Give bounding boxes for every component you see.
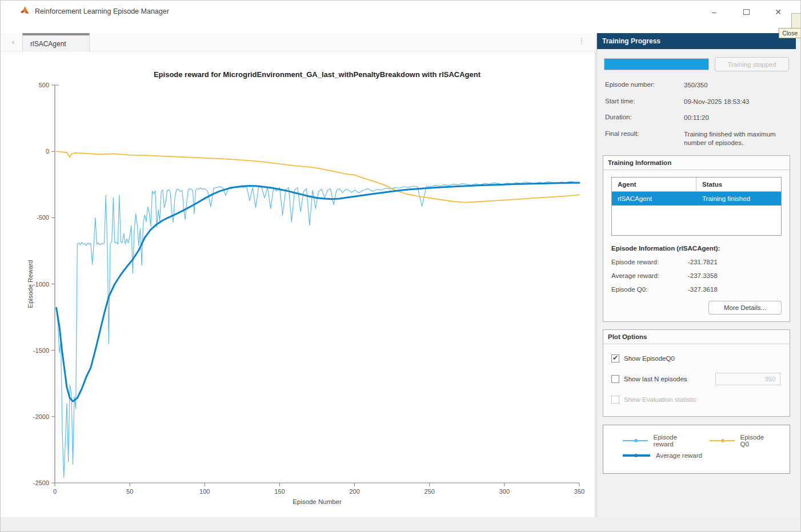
episode-q0-value: -327.3618 xyxy=(688,286,718,293)
panel-header: Training Progress xyxy=(597,33,796,49)
training-progress-panel: Training Progress Training stopped Episo… xyxy=(596,33,796,517)
show-evaluation-statistic-checkbox[interactable] xyxy=(611,396,619,404)
duration-row: Duration: 00:11:20 xyxy=(605,114,796,123)
svg-text:Episode Reward: Episode Reward xyxy=(27,260,34,308)
agent-status-table: Agent Status rlSACAgent Training finishe… xyxy=(611,177,782,236)
legend-item-average-reward: Average reward xyxy=(623,452,702,459)
chart-area: 5000-500-1000-1500-2000-2500050100150200… xyxy=(1,52,595,517)
episode-information-title: Episode Information (rlSACAgent): xyxy=(611,245,782,252)
table-row[interactable]: rlSACAgent Training finished xyxy=(612,192,781,205)
legend-item-episode-q0: Episode Q0 xyxy=(710,434,771,448)
progress-fill xyxy=(604,59,708,70)
window-bottom-margin xyxy=(1,517,800,532)
final-result-label: Final result: xyxy=(605,130,684,148)
svg-text:0: 0 xyxy=(46,148,49,155)
average-reward-value: -237.3358 xyxy=(688,272,718,279)
window-title: Reinforcement Learning Episode Manager xyxy=(35,7,169,15)
legend-average-reward-label: Average reward xyxy=(656,452,702,459)
panel-title: Training Progress xyxy=(602,37,660,45)
show-episodeq0-label: Show EpisodeQ0 xyxy=(624,355,675,362)
show-episodeq0-checkbox[interactable] xyxy=(611,354,619,362)
minimize-icon: – xyxy=(712,7,716,17)
svg-text:150: 150 xyxy=(274,488,285,495)
svg-text:300: 300 xyxy=(499,488,510,495)
duration-label: Duration: xyxy=(605,114,684,123)
close-icon: ✕ xyxy=(775,7,782,17)
chart-legend: Episode reward Episode Q0 Average reward xyxy=(603,425,790,474)
episode-number-label: Episode number: xyxy=(605,81,684,90)
episode-reward-row: Episode reward: -231.7821 xyxy=(611,259,790,265)
close-button[interactable]: ✕ xyxy=(770,5,787,19)
duration-value: 00:11:20 xyxy=(684,114,787,123)
training-summary: Episode number: 350/350 Start time: 09-N… xyxy=(605,81,796,148)
episode-reward-line-icon xyxy=(623,440,648,441)
start-time-row: Start time: 09-Nov-2025 18:53:43 xyxy=(605,98,796,107)
svg-text:50: 50 xyxy=(126,488,133,495)
episode-q0-row: Episode Q0: -327.3618 xyxy=(611,286,790,293)
table-header-row: Agent Status xyxy=(612,178,781,192)
maximize-icon xyxy=(743,9,750,15)
legend-item-episode-reward: Episode reward xyxy=(623,434,695,448)
status-column-header: Status xyxy=(696,178,781,191)
episode-reward-value: -231.7821 xyxy=(688,259,718,265)
show-evaluation-statistic-option[interactable]: Show Evaluation statistic xyxy=(611,393,790,406)
svg-text:250: 250 xyxy=(424,488,435,495)
episode-q0-line-icon xyxy=(710,440,734,441)
show-last-n-episodes-checkbox[interactable] xyxy=(611,375,619,383)
average-reward-line-icon xyxy=(623,454,650,457)
training-progress-bar xyxy=(604,58,709,70)
episode-information-rows: Episode reward: -231.7821 Average reward… xyxy=(611,259,790,293)
average-reward-row: Average reward: -237.3358 xyxy=(611,272,790,279)
minimize-button[interactable]: – xyxy=(706,5,723,19)
legend-episode-reward-label: Episode reward xyxy=(654,434,695,448)
svg-text:-2000: -2000 xyxy=(33,413,49,420)
maximize-button[interactable] xyxy=(738,5,755,19)
average-reward-label: Average reward: xyxy=(611,272,688,279)
status-cell: Training finished xyxy=(696,192,781,205)
close-tooltip: Close xyxy=(779,28,801,38)
svg-text:-1500: -1500 xyxy=(33,347,49,354)
last-n-episodes-input[interactable] xyxy=(715,373,780,385)
training-information-title: Training Information xyxy=(603,156,790,170)
svg-text:0: 0 xyxy=(53,488,57,495)
matlab-logo-icon xyxy=(20,6,30,17)
episode-reward-label: Episode reward: xyxy=(611,259,688,265)
start-time-value: 09-Nov-2025 18:53:43 xyxy=(684,98,787,107)
plot-options-title: Plot Options xyxy=(603,330,790,344)
episode-q0-label: Episode Q0: xyxy=(611,286,688,293)
tab-scroll-left-icon[interactable]: ‹ xyxy=(12,38,14,46)
svg-text:-500: -500 xyxy=(37,214,49,221)
tab-label: rlSACAgent xyxy=(30,40,66,48)
tab-overflow-icon[interactable]: ⋮ xyxy=(578,37,585,45)
agent-cell: rlSACAgent xyxy=(612,192,696,205)
episode-number-row: Episode number: 350/350 xyxy=(605,81,796,90)
show-evaluation-statistic-label: Show Evaluation statistic xyxy=(624,396,696,403)
svg-text:-1000: -1000 xyxy=(33,281,49,288)
svg-text:350: 350 xyxy=(574,488,584,495)
svg-text:Episode Number: Episode Number xyxy=(293,498,342,505)
svg-text:200: 200 xyxy=(349,488,359,495)
training-stopped-button[interactable]: Training stopped xyxy=(715,57,789,71)
table-empty-space xyxy=(612,205,781,235)
plot-options-group: Plot Options Show EpisodeQ0 Show last N … xyxy=(603,329,790,417)
app-window: Reinforcement Learning Episode Manager –… xyxy=(0,0,801,532)
svg-text:Episode reward for MicrogridEn: Episode reward for MicrogridEnvironment_… xyxy=(154,70,481,79)
training-information-group: Training Information Agent Status rlSACA… xyxy=(603,155,790,322)
svg-text:500: 500 xyxy=(39,82,49,88)
tab-rlsacagent[interactable]: rlSACAgent xyxy=(22,33,90,52)
agent-column-header: Agent xyxy=(612,178,696,191)
svg-text:100: 100 xyxy=(199,488,210,495)
show-last-n-episodes-option[interactable]: Show last N episodes xyxy=(611,373,790,385)
final-result-value: Training finished with maximum number of… xyxy=(684,130,787,148)
final-result-row: Final result: Training finished with max… xyxy=(605,130,796,148)
show-last-n-episodes-label: Show last N episodes xyxy=(624,376,687,382)
titlebar: Reinforcement Learning Episode Manager –… xyxy=(1,1,800,33)
tab-strip: ‹ rlSACAgent ⋮ xyxy=(1,33,595,52)
legend-episode-q0-label: Episode Q0 xyxy=(740,434,771,448)
show-episodeq0-option[interactable]: Show EpisodeQ0 xyxy=(611,352,790,365)
svg-text:-2500: -2500 xyxy=(33,479,49,486)
start-time-label: Start time: xyxy=(605,98,684,107)
more-details-button[interactable]: More Details... xyxy=(708,301,782,315)
episode-number-value: 350/350 xyxy=(684,81,787,90)
episode-reward-chart: 5000-500-1000-1500-2000-2500050100150200… xyxy=(1,52,595,517)
